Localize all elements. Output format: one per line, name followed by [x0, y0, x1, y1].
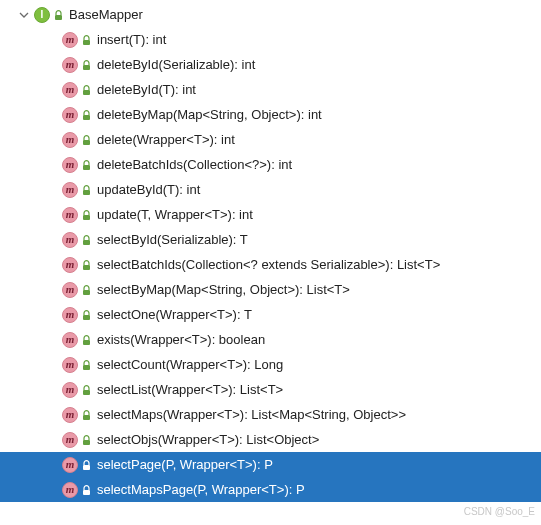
tree-method-label: selectByMap(Map<String, Object>): List<T… — [97, 282, 350, 297]
tree-method-label: exists(Wrapper<T>): boolean — [97, 332, 265, 347]
lock-icon — [81, 134, 91, 146]
tree-method-label: deleteById(Serializable): int — [97, 57, 255, 72]
lock-icon — [81, 334, 91, 346]
svg-rect-11 — [83, 290, 90, 295]
tree-method-label: selectOne(Wrapper<T>): T — [97, 307, 252, 322]
svg-rect-4 — [83, 115, 90, 120]
method-icon: m — [62, 57, 78, 73]
tree-method-row[interactable]: mexists(Wrapper<T>): boolean — [0, 327, 541, 352]
svg-rect-15 — [83, 390, 90, 395]
svg-rect-16 — [83, 415, 90, 420]
tree-method-row[interactable]: mdeleteById(T): int — [0, 77, 541, 102]
svg-rect-14 — [83, 365, 90, 370]
lock-icon — [81, 34, 91, 46]
tree-method-label: update(T, Wrapper<T>): int — [97, 207, 253, 222]
lock-icon — [81, 409, 91, 421]
tree-method-label: selectObjs(Wrapper<T>): List<Object> — [97, 432, 319, 447]
lock-icon — [81, 59, 91, 71]
tree-method-row[interactable]: minsert(T): int — [0, 27, 541, 52]
tree-method-row[interactable]: mdeleteByMap(Map<String, Object>): int — [0, 102, 541, 127]
svg-rect-10 — [83, 265, 90, 270]
svg-rect-2 — [83, 65, 90, 70]
tree-method-label: selectBatchIds(Collection<? extends Seri… — [97, 257, 440, 272]
structure-tree[interactable]: I BaseMapper minsert(T): intmdeleteById(… — [0, 0, 541, 502]
tree-root-row[interactable]: I BaseMapper — [0, 2, 541, 27]
tree-method-label: selectMaps(Wrapper<T>): List<Map<String,… — [97, 407, 406, 422]
tree-method-row[interactable]: mdelete(Wrapper<T>): int — [0, 127, 541, 152]
svg-rect-8 — [83, 215, 90, 220]
lock-icon — [81, 359, 91, 371]
method-icon: m — [62, 182, 78, 198]
tree-method-row[interactable]: mselectById(Serializable): T — [0, 227, 541, 252]
tree-method-label: deleteById(T): int — [97, 82, 196, 97]
svg-rect-7 — [83, 190, 90, 195]
lock-icon — [81, 109, 91, 121]
lock-icon — [81, 284, 91, 296]
tree-method-row[interactable]: mselectPage(P, Wrapper<T>): P — [0, 452, 541, 477]
tree-method-row[interactable]: mdeleteById(Serializable): int — [0, 52, 541, 77]
tree-method-row[interactable]: mselectMapsPage(P, Wrapper<T>): P — [0, 477, 541, 502]
svg-rect-1 — [83, 40, 90, 45]
svg-rect-9 — [83, 240, 90, 245]
svg-rect-13 — [83, 340, 90, 345]
method-icon: m — [62, 257, 78, 273]
chevron-down-icon[interactable] — [18, 9, 30, 21]
lock-icon — [81, 309, 91, 321]
method-icon: m — [62, 307, 78, 323]
svg-rect-18 — [83, 465, 90, 470]
tree-method-label: selectById(Serializable): T — [97, 232, 248, 247]
method-icon: m — [62, 357, 78, 373]
lock-icon — [53, 9, 63, 21]
tree-method-label: deleteBatchIds(Collection<?>): int — [97, 157, 292, 172]
tree-root-label: BaseMapper — [69, 7, 143, 22]
method-icon: m — [62, 232, 78, 248]
lock-icon — [81, 84, 91, 96]
tree-method-row[interactable]: mselectList(Wrapper<T>): List<T> — [0, 377, 541, 402]
tree-method-label: selectList(Wrapper<T>): List<T> — [97, 382, 283, 397]
svg-rect-6 — [83, 165, 90, 170]
method-icon: m — [62, 332, 78, 348]
tree-method-label: delete(Wrapper<T>): int — [97, 132, 235, 147]
method-icon: m — [62, 32, 78, 48]
tree-method-row[interactable]: mselectObjs(Wrapper<T>): List<Object> — [0, 427, 541, 452]
lock-icon — [81, 459, 91, 471]
lock-icon — [81, 159, 91, 171]
method-icon: m — [62, 132, 78, 148]
svg-rect-19 — [83, 490, 90, 495]
tree-method-row[interactable]: mselectByMap(Map<String, Object>): List<… — [0, 277, 541, 302]
method-icon: m — [62, 482, 78, 498]
method-icon: m — [62, 157, 78, 173]
svg-rect-12 — [83, 315, 90, 320]
tree-method-label: selectMapsPage(P, Wrapper<T>): P — [97, 482, 305, 497]
svg-rect-3 — [83, 90, 90, 95]
method-icon: m — [62, 407, 78, 423]
svg-rect-0 — [55, 15, 62, 20]
method-icon: m — [62, 457, 78, 473]
interface-icon: I — [34, 7, 50, 23]
lock-icon — [81, 234, 91, 246]
method-icon: m — [62, 382, 78, 398]
lock-icon — [81, 434, 91, 446]
tree-method-row[interactable]: mdeleteBatchIds(Collection<?>): int — [0, 152, 541, 177]
svg-rect-5 — [83, 140, 90, 145]
tree-method-label: selectPage(P, Wrapper<T>): P — [97, 457, 273, 472]
tree-method-row[interactable]: mselectOne(Wrapper<T>): T — [0, 302, 541, 327]
tree-method-row[interactable]: mselectBatchIds(Collection<? extends Ser… — [0, 252, 541, 277]
method-icon: m — [62, 82, 78, 98]
lock-icon — [81, 259, 91, 271]
tree-method-label: selectCount(Wrapper<T>): Long — [97, 357, 283, 372]
svg-rect-17 — [83, 440, 90, 445]
tree-method-label: updateById(T): int — [97, 182, 200, 197]
tree-method-row[interactable]: mupdateById(T): int — [0, 177, 541, 202]
lock-icon — [81, 384, 91, 396]
tree-method-row[interactable]: mupdate(T, Wrapper<T>): int — [0, 202, 541, 227]
method-icon: m — [62, 432, 78, 448]
method-icon: m — [62, 107, 78, 123]
tree-method-row[interactable]: mselectMaps(Wrapper<T>): List<Map<String… — [0, 402, 541, 427]
lock-icon — [81, 209, 91, 221]
tree-method-row[interactable]: mselectCount(Wrapper<T>): Long — [0, 352, 541, 377]
lock-icon — [81, 184, 91, 196]
method-icon: m — [62, 207, 78, 223]
lock-icon — [81, 484, 91, 496]
tree-method-label: insert(T): int — [97, 32, 166, 47]
